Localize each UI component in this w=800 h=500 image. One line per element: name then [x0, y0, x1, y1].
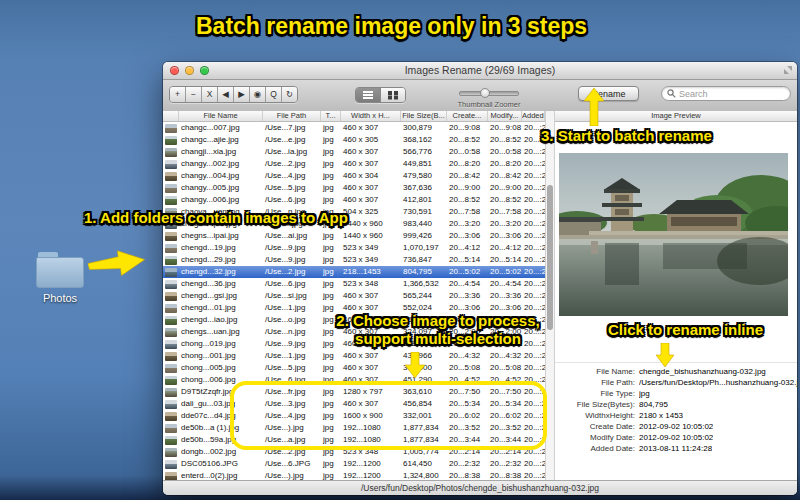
meta-value: 2012-09-02 10:05:02	[639, 433, 713, 442]
modify-date: 20...8:52	[488, 194, 522, 206]
column-header[interactable]	[163, 111, 179, 121]
folder-label: Photos	[36, 292, 84, 304]
added-date: 20...:29	[522, 458, 545, 470]
create-date: 20...2:32	[447, 458, 488, 470]
column-header[interactable]: File Size(B...	[401, 111, 447, 121]
table-row[interactable]: changy...004.jpg/Use...4.jpgjpg460 x 304…	[163, 170, 545, 182]
step3-up-arrow-icon	[584, 88, 604, 126]
search-input[interactable]	[679, 89, 785, 99]
file-type: jpg	[321, 242, 341, 254]
file-path: /Use...5.jpg	[263, 362, 321, 374]
column-header[interactable]: File Name	[179, 111, 263, 121]
modify-date: 20...2:32	[488, 458, 522, 470]
folder-body	[36, 257, 84, 288]
resize-grip-icon[interactable]	[783, 65, 793, 75]
search-field[interactable]	[661, 86, 791, 101]
table-row[interactable]: changy...006.jpg/Use...6.jpgjpg460 x 307…	[163, 194, 545, 206]
inline-down-arrow-icon	[656, 343, 674, 367]
file-dims: 460 x 307	[341, 362, 401, 374]
file-path: /Use...1.jpg	[263, 302, 321, 314]
column-header[interactable]: Create...	[447, 111, 488, 121]
table-row[interactable]: DSC05106.JPG/Use...6.JPGjpg192...1200614…	[163, 458, 545, 470]
file-dims: 504 x 325	[341, 206, 401, 218]
window-titlebar[interactable]: Images Rename (29/69 Images)	[163, 62, 797, 80]
delete-button[interactable]: X	[202, 87, 218, 102]
table-row[interactable]: chengd...29.jpg/Use...9.jpgjpg523 x 3497…	[163, 254, 545, 266]
file-dims: 460 x 307	[341, 290, 401, 302]
file-dims: 460 x 307	[341, 146, 401, 158]
step2-down-arrow-icon	[405, 352, 425, 378]
file-thumbnail	[165, 244, 177, 253]
thumb-cell	[163, 122, 179, 134]
column-header[interactable]: Modify...	[488, 111, 522, 121]
zoom-button[interactable]	[200, 66, 209, 75]
file-name: changy...004.jpg	[179, 170, 263, 182]
list-icon	[363, 91, 373, 99]
file-type: jpg	[321, 266, 341, 278]
table-row[interactable]: changy...002.jpg/Use...2.jpgjpg460 x 307…	[163, 158, 545, 170]
back-button[interactable]: ◀	[218, 87, 234, 102]
file-type: jpg	[321, 278, 341, 290]
grid-view-button[interactable]	[380, 88, 405, 102]
column-header[interactable]: Added...	[522, 111, 545, 121]
modify-date: 20...4:54	[488, 278, 522, 290]
file-name: changy...002.jpg	[179, 158, 263, 170]
list-view-button[interactable]	[356, 88, 380, 102]
refresh-button[interactable]: ↻	[282, 87, 297, 102]
annotation-step3: 3. Start to batch rename	[541, 127, 712, 144]
file-thumbnail	[165, 352, 177, 361]
table-row[interactable]: chengd...36.jpg/Use...6.jpgjpg523 x 3481…	[163, 278, 545, 290]
file-size: 300,879	[401, 122, 447, 134]
table-row[interactable]: changc...007.jpg/Use...7.jpgjpg460 x 307…	[163, 122, 545, 134]
create-date: 20...5:14	[447, 254, 488, 266]
table-row[interactable]: chengd...19.jpg/Use...9.jpgjpg523 x 3491…	[163, 242, 545, 254]
column-header[interactable]: T...	[321, 111, 341, 121]
search-icon	[667, 89, 676, 98]
table-row[interactable]: changji...xia.jpg/Use...ia.jpgjpg460 x 3…	[163, 146, 545, 158]
scrollbar-thumb[interactable]	[547, 185, 553, 330]
meta-value[interactable]: chengde_bishushanzhuang-032.jpg	[639, 367, 766, 376]
file-type: jpg	[321, 230, 341, 242]
table-row[interactable]: chegns...ipai.jpg/Use...ai.jpgjpg1440 x …	[163, 230, 545, 242]
toolbar: +−X◀▶◉Q↻ Thumbnail Zoomer Rename	[163, 80, 797, 113]
thumb-cell	[163, 398, 179, 410]
table-row[interactable]: chengd...gsi.jpg/Use...si.jpgjpg460 x 30…	[163, 290, 545, 302]
add-button[interactable]: +	[170, 87, 186, 102]
forward-button[interactable]: ▶	[234, 87, 250, 102]
create-date: 20...4:32	[447, 350, 488, 362]
meta-label: Added Date:	[555, 444, 635, 453]
table-row[interactable]: chengd...32.jpg/Use...2.jpgjpg218...1453…	[163, 266, 545, 278]
thumb-cell	[163, 374, 179, 386]
file-thumbnail	[165, 184, 177, 193]
modify-date: 20...0:58	[488, 146, 522, 158]
close-button[interactable]	[170, 66, 179, 75]
file-thumbnail	[165, 388, 177, 397]
modify-date: 20...4:12	[488, 242, 522, 254]
file-thumbnail	[165, 412, 177, 421]
preview-button[interactable]: ◉	[250, 87, 266, 102]
file-size: 614,450	[401, 458, 447, 470]
file-size: 999,426	[401, 230, 447, 242]
remove-button[interactable]: −	[186, 87, 202, 102]
create-date: 20...8:42	[447, 170, 488, 182]
column-header[interactable]: File Path	[263, 111, 321, 121]
file-name: chengd...32.jpg	[179, 266, 263, 278]
file-thumbnail	[165, 376, 177, 385]
slider-knob[interactable]	[480, 88, 490, 98]
meta-row: WidthxHeight:2180 x 1453	[555, 410, 797, 421]
thumbnail-zoomer-slider[interactable]	[459, 91, 519, 96]
table-row[interactable]: changy...005.jpg/Use...5.jpgjpg460 x 307…	[163, 182, 545, 194]
file-dims: 460 x 307	[341, 194, 401, 206]
create-date: 20...0:58	[447, 146, 488, 158]
file-dims: 460 x 307	[341, 350, 401, 362]
column-header[interactable]: Width x H...	[341, 111, 401, 121]
minimize-button[interactable]	[185, 66, 194, 75]
table-row[interactable]: chong...001.jpg/Use...1.jpgjpg460 x 3074…	[163, 350, 545, 362]
table-row[interactable]: changc...ajie.jpg/Use...e.jpgjpg460 x 30…	[163, 134, 545, 146]
table-row[interactable]: chong...005.jpg/Use...5.jpgjpg460 x 3073…	[163, 362, 545, 374]
zoom-button[interactable]: Q	[266, 87, 282, 102]
thumb-cell	[163, 350, 179, 362]
photos-folder-icon[interactable]: Photos	[36, 252, 84, 304]
file-path: /Use...5.jpg	[263, 182, 321, 194]
thumb-cell	[163, 254, 179, 266]
